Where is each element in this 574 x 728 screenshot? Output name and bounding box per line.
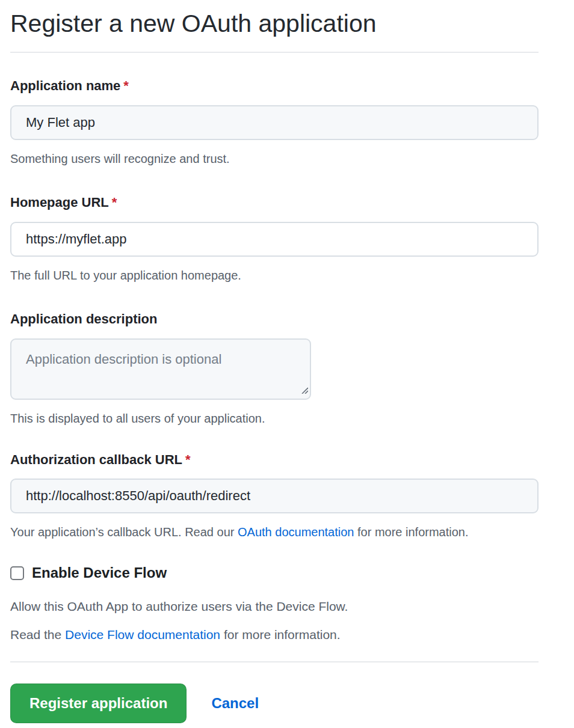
- page-title: Register a new OAuth application: [10, 8, 539, 53]
- register-application-button[interactable]: Register application: [10, 684, 187, 723]
- homepage-url-group: Homepage URL* The full URL to your appli…: [10, 194, 539, 284]
- application-description-help: This is displayed to all users of your a…: [10, 410, 539, 427]
- device-flow-label: Enable Device Flow: [32, 564, 167, 582]
- application-description-label: Application description: [10, 310, 539, 329]
- callback-url-group: Authorization callback URL* Your applica…: [10, 451, 539, 541]
- device-flow-read-note: Read the Device Flow documentation for m…: [10, 626, 539, 643]
- callback-url-label: Authorization callback URL*: [10, 451, 539, 470]
- resize-handle-icon[interactable]: [300, 385, 308, 396]
- device-flow-checkbox[interactable]: [10, 566, 24, 580]
- required-asterisk: *: [112, 195, 117, 210]
- application-name-input[interactable]: [10, 105, 539, 140]
- oauth-documentation-link[interactable]: OAuth documentation: [238, 525, 354, 539]
- device-flow-row: Enable Device Flow: [10, 564, 539, 582]
- form-actions: Register application Cancel: [10, 684, 539, 723]
- required-asterisk: *: [123, 78, 129, 93]
- cancel-link[interactable]: Cancel: [211, 695, 259, 712]
- required-asterisk: *: [185, 452, 191, 467]
- application-description-group: Application description This is displaye…: [10, 310, 539, 427]
- callback-url-help: Your application’s callback URL. Read ou…: [10, 524, 539, 540]
- device-flow-documentation-link[interactable]: Device Flow documentation: [65, 628, 220, 641]
- callback-url-input[interactable]: [10, 479, 539, 513]
- application-name-help: Something users will recognize and trust…: [10, 150, 539, 167]
- application-name-group: Application name* Something users will r…: [10, 77, 539, 167]
- application-description-textarea[interactable]: [10, 338, 311, 400]
- oauth-registration-form: Register a new OAuth application Applica…: [0, 0, 574, 728]
- homepage-url-help: The full URL to your application homepag…: [10, 267, 539, 284]
- homepage-url-label: Homepage URL*: [10, 194, 539, 212]
- homepage-url-input[interactable]: [10, 222, 539, 257]
- application-name-label: Application name*: [10, 77, 539, 96]
- device-flow-description: Allow this OAuth App to authorize users …: [10, 598, 539, 615]
- divider: [10, 661, 539, 662]
